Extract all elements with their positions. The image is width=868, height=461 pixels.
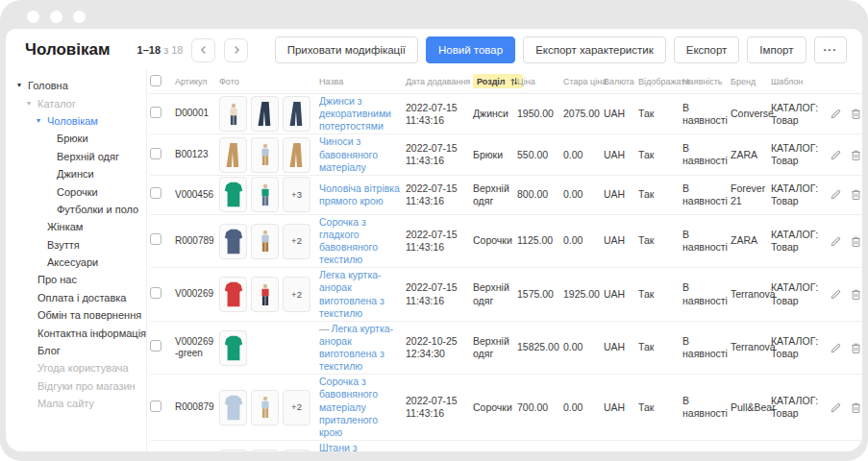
product-name-link[interactable]: Легка куртка-анорак виготовлена з тексти… bbox=[319, 269, 384, 318]
row-checkbox[interactable] bbox=[150, 107, 161, 118]
sidebar-item-12[interactable]: Оплата і доставка bbox=[15, 289, 146, 306]
sidebar-item-14[interactable]: Контактна інформація bbox=[15, 324, 146, 341]
sidebar-item-8[interactable]: Жінкам bbox=[15, 218, 146, 235]
product-photo-thumb[interactable] bbox=[219, 177, 247, 212]
product-name-link[interactable]: Джинси з декоративними потертостями bbox=[319, 95, 391, 132]
sidebar-item-3[interactable]: Брюки bbox=[15, 130, 146, 147]
column-header-date[interactable]: Дата додавання bbox=[406, 77, 473, 86]
edit-button[interactable] bbox=[829, 234, 843, 249]
row-checkbox[interactable] bbox=[150, 187, 161, 199]
sidebar-item-7[interactable]: Футболки и поло bbox=[15, 201, 146, 218]
column-header-price[interactable]: Ціна bbox=[517, 77, 563, 86]
edit-button[interactable] bbox=[829, 148, 843, 162]
delete-button[interactable] bbox=[849, 148, 862, 162]
availability-cell: В наявності bbox=[682, 182, 731, 207]
product-photo-thumb[interactable] bbox=[219, 449, 247, 451]
delete-button[interactable] bbox=[849, 107, 862, 121]
column-header-section[interactable]: Розділ bbox=[473, 74, 517, 88]
sidebar-item-label: Взуття bbox=[47, 239, 80, 251]
import-button[interactable]: Імпорт bbox=[747, 36, 806, 63]
product-name-link[interactable]: Чоловіча вітрівка прямого крою bbox=[319, 182, 400, 206]
sidebar-item-13[interactable]: Обмін та повернення bbox=[15, 306, 146, 324]
product-name-link[interactable]: Сорочка з бавовняного матеріалу притален… bbox=[319, 376, 378, 438]
edit-button[interactable] bbox=[829, 400, 843, 415]
edit-button[interactable] bbox=[829, 341, 843, 355]
more-photos-badge[interactable]: +2 bbox=[283, 224, 310, 259]
product-photo-thumb[interactable] bbox=[251, 390, 279, 425]
row-checkbox[interactable] bbox=[150, 287, 161, 299]
product-photo-thumb[interactable] bbox=[283, 137, 310, 173]
date-cell: 2022-07-1511:43:16 bbox=[406, 395, 473, 420]
delete-button[interactable] bbox=[849, 400, 862, 415]
delete-button[interactable] bbox=[849, 234, 862, 249]
row-checkbox[interactable] bbox=[150, 233, 161, 245]
product-photo-thumb[interactable] bbox=[219, 137, 247, 173]
edit-button[interactable] bbox=[829, 187, 843, 202]
delete-button[interactable] bbox=[849, 187, 862, 202]
column-header-photo[interactable]: Фото bbox=[219, 77, 319, 86]
product-photo-thumb[interactable] bbox=[251, 224, 279, 259]
sidebar-item-label: Верхній одяг bbox=[57, 151, 119, 162]
sidebar-item-11[interactable]: Про нас bbox=[15, 271, 146, 288]
product-name-link[interactable]: Штани з бавовняного матеріалу прямого кр… bbox=[319, 442, 384, 451]
new-product-button[interactable]: Новий товар bbox=[426, 36, 515, 63]
hide-modifications-button[interactable]: Приховати модифікації bbox=[275, 36, 418, 63]
more-photos-badge[interactable]: +2 bbox=[283, 390, 310, 425]
product-photo-thumb[interactable] bbox=[251, 96, 279, 132]
sidebar-item-1[interactable]: ▾Каталог bbox=[15, 94, 146, 111]
prev-page-button[interactable] bbox=[191, 38, 215, 62]
column-header-sku[interactable]: Артикул bbox=[175, 77, 219, 86]
row-checkbox[interactable] bbox=[150, 340, 161, 352]
more-photos-badge[interactable]: +2 bbox=[283, 277, 310, 312]
product-photo-thumb[interactable] bbox=[219, 330, 247, 366]
sidebar-item-0[interactable]: ▾Головна bbox=[15, 77, 146, 94]
edit-button[interactable] bbox=[829, 107, 843, 121]
column-header-display[interactable]: Відображати bbox=[638, 77, 682, 86]
column-header-template[interactable]: Шаблон bbox=[771, 77, 829, 86]
column-header-name[interactable]: Назва bbox=[319, 77, 406, 86]
sidebar-item-17[interactable]: Відгуки про магазин bbox=[15, 377, 146, 395]
product-photo-thumb[interactable] bbox=[283, 96, 310, 132]
product-name-link[interactable]: Сорочка з гладкого бавовняного текстилю bbox=[319, 216, 378, 265]
more-actions-button[interactable]: ··· bbox=[814, 36, 848, 63]
next-page-button[interactable] bbox=[224, 38, 248, 62]
column-header-old_price[interactable]: Стара ціна bbox=[563, 77, 604, 86]
delete-button[interactable] bbox=[849, 341, 862, 355]
sidebar-item-6[interactable]: Сорочки bbox=[15, 182, 146, 200]
sidebar-item-5[interactable]: Джинси bbox=[15, 165, 146, 182]
select-all-checkbox[interactable] bbox=[150, 75, 161, 86]
row-checkbox[interactable] bbox=[150, 400, 161, 412]
product-photo-thumb[interactable] bbox=[219, 390, 247, 425]
column-header-availability[interactable]: Наявність bbox=[682, 77, 731, 86]
column-header-brand[interactable]: Бренд bbox=[731, 77, 771, 86]
edit-button[interactable] bbox=[829, 287, 843, 302]
product-photo-thumb[interactable] bbox=[251, 449, 279, 451]
sidebar-item-9[interactable]: Взуття bbox=[15, 236, 146, 254]
product-photo-thumb[interactable] bbox=[219, 96, 247, 132]
more-photos-badge[interactable]: +2 bbox=[283, 449, 310, 451]
sidebar-item-16[interactable]: Угода користувача bbox=[15, 359, 146, 376]
export-characteristics-button[interactable]: Експорт характеристик bbox=[523, 36, 666, 63]
sidebar-item-4[interactable]: Верхній одяг bbox=[15, 148, 146, 165]
sidebar-item-label: Про нас bbox=[37, 274, 77, 285]
product-photo-thumb[interactable] bbox=[219, 277, 247, 312]
name-cell: Джинси з декоративними потертостями bbox=[319, 95, 406, 133]
row-checkbox[interactable] bbox=[150, 148, 161, 159]
table-row: R000879+2Сорочка з бавовняного матеріалу… bbox=[150, 375, 862, 441]
product-name-link[interactable]: Чиноси з бавовняного матеріалу bbox=[319, 135, 378, 172]
product-name-link[interactable]: Легка куртка-анорак виготовлена з тексти… bbox=[319, 323, 393, 372]
product-photo-thumb[interactable] bbox=[251, 137, 279, 173]
sidebar-item-18[interactable]: Мапа сайту bbox=[15, 395, 146, 412]
delete-button[interactable] bbox=[849, 287, 862, 302]
product-photo-thumb[interactable] bbox=[251, 177, 279, 212]
export-button[interactable]: Експорт bbox=[674, 36, 740, 63]
sorted-column-chip[interactable]: Розділ bbox=[473, 74, 523, 88]
more-photos-badge[interactable]: +3 bbox=[283, 177, 310, 212]
delete-trash-icon bbox=[850, 342, 862, 354]
sidebar-item-10[interactable]: Аксесуари bbox=[15, 254, 146, 271]
column-header-currency[interactable]: Валюта bbox=[604, 77, 638, 86]
sidebar-item-15[interactable]: Блог bbox=[15, 342, 146, 359]
product-photo-thumb[interactable] bbox=[251, 277, 279, 312]
sidebar-item-2[interactable]: ▾Чоловікам bbox=[15, 112, 146, 130]
product-photo-thumb[interactable] bbox=[219, 224, 247, 259]
